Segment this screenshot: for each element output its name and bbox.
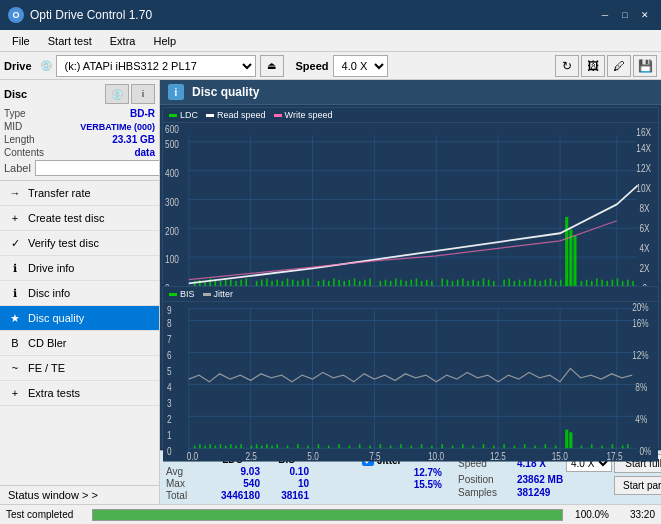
sidebar-item-fe-te[interactable]: ~ FE / TE (0, 356, 159, 381)
main-layout: Disc 💿 i Type BD-R MID VERBATIMe (000) L… (0, 80, 661, 504)
dq-icon: i (168, 84, 184, 100)
svg-rect-113 (596, 278, 598, 286)
svg-rect-160 (235, 446, 237, 449)
menu-start-test[interactable]: Start test (40, 33, 100, 49)
sidebar-item-disc-quality[interactable]: ★ Disc quality (0, 306, 159, 331)
minimize-button[interactable]: ─ (597, 7, 613, 23)
menu-extra[interactable]: Extra (102, 33, 144, 49)
close-button[interactable]: ✕ (637, 7, 653, 23)
disc-icon-btn[interactable]: 💿 (105, 84, 129, 104)
transfer-rate-label: Transfer rate (28, 187, 91, 199)
svg-rect-153 (199, 445, 201, 449)
label-input[interactable] (35, 160, 160, 176)
svg-text:100: 100 (165, 255, 179, 266)
svg-rect-46 (230, 280, 232, 286)
svg-rect-58 (297, 281, 299, 286)
toolbar-btn-3[interactable]: 🖊 (607, 55, 631, 77)
svg-text:4X: 4X (639, 243, 649, 254)
disc-info-icon: ℹ (8, 286, 22, 300)
toolbar-btn-save[interactable]: 💾 (633, 55, 657, 77)
status-window-btn[interactable]: Status window > > (0, 485, 159, 504)
status-text: Test completed (6, 509, 86, 520)
app-icon: O (8, 7, 24, 23)
sidebar-item-disc-info[interactable]: ℹ Disc info (0, 281, 159, 306)
start-part-button[interactable]: Start part (614, 476, 661, 495)
ldc-legend-label: LDC (180, 110, 198, 120)
svg-rect-67 (349, 280, 351, 286)
svg-rect-116 (612, 280, 614, 286)
eject-button[interactable]: ⏏ (260, 55, 284, 77)
sidebar-item-cd-bler[interactable]: B CD Bler (0, 331, 159, 356)
svg-rect-157 (220, 445, 222, 449)
svg-rect-104 (555, 281, 557, 286)
svg-rect-76 (400, 280, 402, 286)
avg-bis: 0.10 (264, 466, 309, 477)
svg-text:12X: 12X (636, 163, 651, 174)
svg-rect-111 (586, 280, 588, 286)
svg-rect-155 (209, 445, 211, 449)
maximize-button[interactable]: □ (617, 7, 633, 23)
samples-label: Samples (458, 487, 513, 498)
disc-quality-label: Disc quality (28, 312, 84, 324)
drive-info-label: Drive info (28, 262, 74, 274)
progress-bar-fill (93, 510, 562, 520)
svg-text:2.5: 2.5 (246, 451, 257, 462)
menu-bar: File Start test Extra Help (0, 30, 661, 52)
svg-rect-201 (622, 446, 624, 449)
svg-rect-181 (421, 445, 423, 449)
svg-rect-81 (426, 280, 428, 286)
sidebar-item-create-test-disc[interactable]: + Create test disc (0, 206, 159, 231)
sidebar-item-verify-test-disc[interactable]: ✓ Verify test disc (0, 231, 159, 256)
svg-text:12%: 12% (632, 350, 649, 362)
svg-rect-42 (209, 278, 211, 286)
svg-rect-78 (411, 280, 413, 286)
svg-rect-182 (431, 446, 433, 449)
svg-rect-96 (514, 281, 516, 286)
sidebar-item-extra-tests[interactable]: + Extra tests (0, 381, 159, 406)
svg-text:20%: 20% (632, 302, 649, 314)
toolbar-btn-2[interactable]: 🖼 (581, 55, 605, 77)
jitter-legend-label: Jitter (214, 289, 234, 299)
svg-text:0: 0 (167, 445, 172, 457)
speed-selector[interactable]: 4.0 X (333, 55, 388, 77)
svg-text:6X: 6X (639, 223, 649, 234)
svg-rect-154 (204, 446, 206, 449)
svg-text:8X: 8X (639, 203, 649, 214)
svg-rect-62 (323, 280, 325, 286)
svg-rect-167 (276, 445, 278, 449)
svg-text:2: 2 (167, 413, 172, 425)
svg-text:16%: 16% (632, 318, 649, 330)
svg-text:14X: 14X (636, 143, 651, 154)
svg-rect-177 (380, 445, 382, 449)
sidebar-item-drive-info[interactable]: ℹ Drive info (0, 256, 159, 281)
svg-rect-199 (601, 446, 603, 449)
svg-rect-68 (354, 278, 356, 286)
bottom-chart-svg: 0 1 2 3 4 5 6 7 8 9 0% 4% 8% 12% 16% 20 (163, 302, 658, 462)
svg-rect-97 (519, 280, 521, 286)
svg-rect-101 (539, 281, 541, 286)
svg-text:0%: 0% (639, 445, 651, 457)
drive-selector[interactable]: (k:) ATAPi iHBS312 2 PL17 (56, 55, 256, 77)
svg-rect-105 (560, 280, 562, 286)
position-label: Position (458, 474, 513, 485)
mid-label: MID (4, 121, 22, 132)
svg-rect-202 (627, 445, 629, 449)
sidebar-item-transfer-rate[interactable]: → Transfer rate (0, 181, 159, 206)
disc-info-btn[interactable]: i (131, 84, 155, 104)
read-legend-label: Read speed (217, 110, 266, 120)
menu-help[interactable]: Help (145, 33, 184, 49)
svg-rect-92 (488, 280, 490, 286)
avg-ldc: 9.03 (205, 466, 260, 477)
svg-text:500: 500 (165, 139, 179, 150)
svg-rect-98 (524, 281, 526, 286)
menu-file[interactable]: File (4, 33, 38, 49)
type-label: Type (4, 108, 26, 119)
create-test-disc-label: Create test disc (28, 212, 104, 224)
toolbar-btn-1[interactable]: ↻ (555, 55, 579, 77)
svg-text:5.0: 5.0 (307, 451, 318, 462)
svg-rect-91 (483, 278, 485, 286)
svg-rect-70 (364, 280, 366, 286)
svg-rect-56 (287, 278, 289, 286)
svg-rect-184 (452, 446, 454, 449)
svg-text:400: 400 (165, 168, 179, 179)
